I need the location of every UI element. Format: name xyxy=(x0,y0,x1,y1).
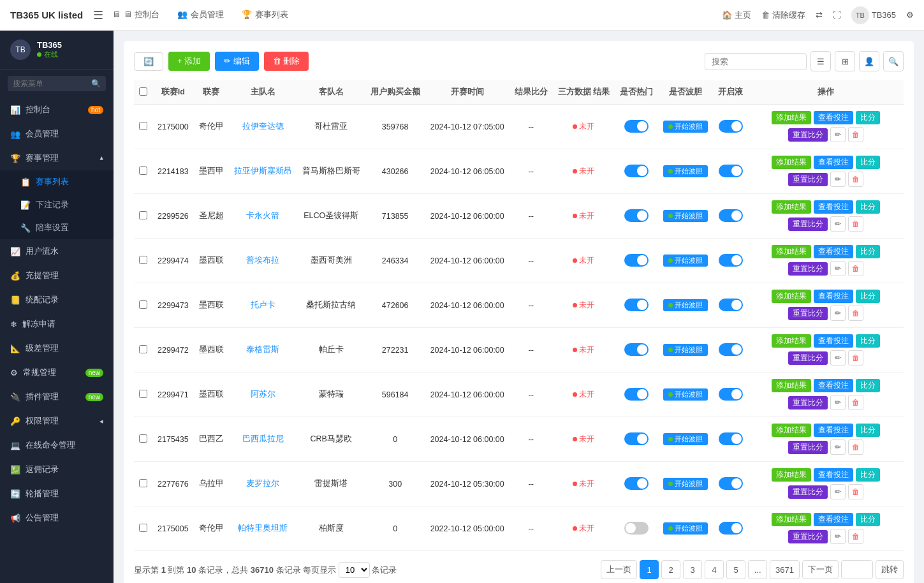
sidebar-item-members[interactable]: 👥 会员管理 xyxy=(0,122,114,146)
op-view-bet-btn[interactable]: 查看投注 xyxy=(814,156,853,169)
page-4-btn[interactable]: 4 xyxy=(705,560,724,579)
op-rescore-btn[interactable]: 重置比分 xyxy=(788,307,828,320)
op-edit-btn[interactable]: ✏ xyxy=(830,439,846,455)
nav-members[interactable]: 👥 会员管理 xyxy=(168,0,233,31)
sidebar-item-bet-records[interactable]: 📝 下注记录 xyxy=(0,193,114,216)
goto-page-input[interactable] xyxy=(841,560,873,579)
op-rescore-btn[interactable]: 重置比分 xyxy=(788,485,828,499)
op-view-bet-btn[interactable]: 查看投注 xyxy=(814,290,853,303)
op-edit-btn[interactable]: ✏ xyxy=(830,529,846,544)
op-score-btn[interactable]: 比分 xyxy=(856,200,880,214)
sidebar-item-event-list[interactable]: 📋 赛事列表 xyxy=(0,170,114,193)
open-toggle[interactable] xyxy=(719,477,743,490)
sidebar-item-rebate[interactable]: 💹 返佣记录 xyxy=(0,457,114,482)
op-score-btn[interactable]: 比分 xyxy=(856,245,880,258)
topbar-settings[interactable]: ⚙ xyxy=(906,10,914,20)
hot-toggle-off[interactable] xyxy=(624,522,649,535)
op-add-result-btn[interactable]: 添加结果 xyxy=(772,468,811,482)
hot-toggle-on[interactable] xyxy=(624,254,649,267)
hot-toggle-on[interactable] xyxy=(624,432,649,445)
topbar-expand[interactable]: ⛶ xyxy=(833,10,841,20)
op-edit-btn[interactable]: ✏ xyxy=(830,216,846,232)
open-toggle[interactable] xyxy=(719,299,743,311)
op-edit-btn[interactable]: ✏ xyxy=(830,484,846,499)
op-score-btn[interactable]: 比分 xyxy=(856,424,880,437)
refresh-button[interactable]: 🔄 xyxy=(134,52,163,71)
open-toggle[interactable] xyxy=(719,209,743,222)
op-view-bet-btn[interactable]: 查看投注 xyxy=(814,379,853,392)
op-del-btn[interactable]: 🗑 xyxy=(848,306,863,321)
topbar-clear-cache[interactable]: 🗑 清除缓存 xyxy=(761,10,805,21)
hot-toggle-on[interactable] xyxy=(624,120,649,133)
add-button[interactable]: + 添加 xyxy=(168,52,210,71)
op-del-btn[interactable]: 🗑 xyxy=(848,127,863,142)
view-grid-btn[interactable]: ⊞ xyxy=(835,51,855,71)
search-btn[interactable]: 🔍 xyxy=(883,51,904,71)
goto-btn[interactable]: 跳转 xyxy=(876,560,904,579)
sidebar-item-odds-settings[interactable]: 🔧 陪率设置 xyxy=(0,216,114,239)
row-select-checkbox[interactable] xyxy=(139,345,147,353)
row-select-checkbox[interactable] xyxy=(139,390,147,398)
op-edit-btn[interactable]: ✏ xyxy=(830,127,846,142)
op-edit-btn[interactable]: ✏ xyxy=(830,306,846,321)
topbar-menu-btn[interactable]: ☰ xyxy=(93,8,103,22)
op-view-bet-btn[interactable]: 查看投注 xyxy=(814,245,853,258)
op-add-result-btn[interactable]: 添加结果 xyxy=(772,200,811,214)
topbar-user[interactable]: TB TB365 xyxy=(851,6,896,24)
page-1-btn[interactable]: 1 xyxy=(640,560,659,579)
open-toggle[interactable] xyxy=(719,343,743,356)
delete-button[interactable]: 🗑 删除 xyxy=(264,52,309,71)
op-view-bet-btn[interactable]: 查看投注 xyxy=(814,513,853,526)
open-toggle[interactable] xyxy=(719,522,743,535)
op-score-btn[interactable]: 比分 xyxy=(856,290,880,303)
row-select-checkbox[interactable] xyxy=(139,166,147,175)
op-view-bet-btn[interactable]: 查看投注 xyxy=(814,468,853,482)
op-score-btn[interactable]: 比分 xyxy=(856,156,880,169)
op-del-btn[interactable]: 🗑 xyxy=(848,395,863,410)
page-3-btn[interactable]: 3 xyxy=(683,560,702,579)
page-last-btn[interactable]: 3671 xyxy=(770,560,800,579)
op-del-btn[interactable]: 🗑 xyxy=(848,261,863,276)
op-view-bet-btn[interactable]: 查看投注 xyxy=(814,200,853,214)
row-select-checkbox[interactable] xyxy=(139,256,147,264)
op-view-bet-btn[interactable]: 查看投注 xyxy=(814,424,853,437)
op-rescore-btn[interactable]: 重置比分 xyxy=(788,128,828,142)
prev-page-btn[interactable]: 上一页 xyxy=(601,560,637,579)
op-add-result-btn[interactable]: 添加结果 xyxy=(772,245,811,258)
op-add-result-btn[interactable]: 添加结果 xyxy=(772,156,811,169)
row-select-checkbox[interactable] xyxy=(139,211,147,219)
op-score-btn[interactable]: 比分 xyxy=(856,111,880,124)
row-select-checkbox[interactable] xyxy=(139,122,147,130)
hot-toggle-on[interactable] xyxy=(624,343,649,356)
op-rescore-btn[interactable]: 重置比分 xyxy=(788,262,828,276)
op-add-result-btn[interactable]: 添加结果 xyxy=(772,379,811,392)
sidebar-item-carousel[interactable]: 🔄 轮播管理 xyxy=(0,482,114,506)
row-select-checkbox[interactable] xyxy=(139,434,147,443)
sidebar-item-plugins[interactable]: 🔌 插件管理 new xyxy=(0,385,114,409)
op-score-btn[interactable]: 比分 xyxy=(856,513,880,526)
open-toggle[interactable] xyxy=(719,388,743,401)
hot-toggle-on[interactable] xyxy=(624,299,649,311)
op-del-btn[interactable]: 🗑 xyxy=(848,216,863,232)
op-rescore-btn[interactable]: 重置比分 xyxy=(788,351,828,365)
search-input[interactable] xyxy=(705,53,807,70)
page-2-btn[interactable]: 2 xyxy=(661,560,680,579)
op-add-result-btn[interactable]: 添加结果 xyxy=(772,424,811,437)
op-view-bet-btn[interactable]: 查看投注 xyxy=(814,334,853,348)
open-toggle[interactable] xyxy=(719,165,743,177)
row-select-checkbox[interactable] xyxy=(139,479,147,487)
op-view-bet-btn[interactable]: 查看投注 xyxy=(814,111,853,124)
view-list-btn[interactable]: ☰ xyxy=(810,51,831,71)
per-page-select[interactable]: 10 20 50 xyxy=(339,562,370,578)
sidebar-item-finance[interactable]: 💰 充提管理 xyxy=(0,263,114,288)
op-add-result-btn[interactable]: 添加结果 xyxy=(772,334,811,348)
row-select-checkbox[interactable] xyxy=(139,300,147,309)
sidebar-item-permissions[interactable]: 🔑 权限管理 ◂ xyxy=(0,409,114,433)
next-page-btn[interactable]: 下一页 xyxy=(802,560,839,579)
select-all-checkbox[interactable] xyxy=(139,87,147,96)
sidebar-item-regular[interactable]: ⚙ 常规管理 new xyxy=(0,360,114,385)
op-add-result-btn[interactable]: 添加结果 xyxy=(772,513,811,526)
sidebar-item-announcement[interactable]: 📢 公告管理 xyxy=(0,506,114,530)
sidebar-item-grade[interactable]: 📐 级差管理 xyxy=(0,336,114,360)
op-edit-btn[interactable]: ✏ xyxy=(830,261,846,276)
